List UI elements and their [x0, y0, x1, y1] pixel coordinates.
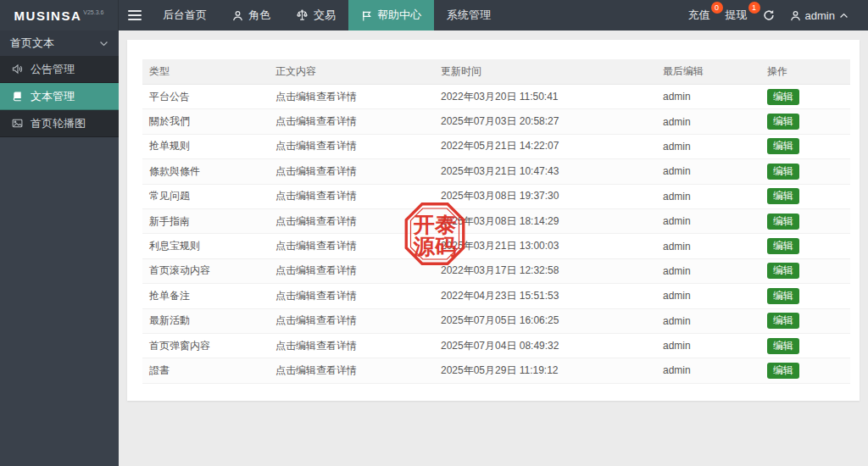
sidebar-group-home-text[interactable]: 首页文本 — [0, 31, 119, 56]
column-header-editor: 最后编辑 — [663, 64, 767, 79]
sidebar-item-text-management[interactable]: 文本管理 — [0, 83, 119, 110]
cell-updated: 2025年03月08日 18:14:29 — [441, 214, 663, 229]
column-header-action: 操作 — [767, 64, 850, 79]
table-row: 新手指南 点击编辑查看详情 2025年03月08日 18:14:29 admin… — [142, 209, 850, 234]
table-row: 條款與條件 点击编辑查看详情 2025年03月21日 10:47:43 admi… — [142, 159, 850, 184]
cell-editor: admin — [663, 340, 767, 352]
cell-action: 编辑 — [767, 164, 850, 180]
cell-type: 常见问题 — [142, 189, 275, 203]
brand-logo: MUSINSA V25.3.6 — [0, 0, 119, 31]
table-row: 常见问题 点击编辑查看详情 2025年03月08日 19:37:30 admin… — [142, 185, 850, 209]
user-icon — [790, 10, 801, 21]
cell-type: 證書 — [142, 363, 275, 378]
flag-icon — [361, 10, 372, 21]
cell-content[interactable]: 点击编辑查看详情 — [275, 139, 441, 153]
cell-action: 编辑 — [767, 188, 850, 204]
cell-editor: admin — [663, 241, 767, 252]
user-menu[interactable]: admin — [782, 0, 856, 31]
cell-action: 编辑 — [767, 288, 850, 304]
cell-content[interactable]: 点击编辑查看详情 — [275, 289, 441, 303]
recharge-button[interactable]: 充值 0 — [681, 0, 718, 31]
cell-action: 编辑 — [767, 114, 850, 130]
speaker-icon — [12, 64, 23, 75]
edit-button[interactable]: 编辑 — [767, 188, 799, 204]
nav-item-roles[interactable]: 角色 — [220, 0, 283, 31]
cell-content[interactable]: 点击编辑查看详情 — [275, 363, 441, 378]
sidebar: 首页文本 公告管理 文本管理 首页轮播图 — [0, 31, 119, 466]
edit-button[interactable]: 编辑 — [767, 288, 799, 304]
cell-updated: 2022年04月23日 15:51:53 — [441, 289, 663, 303]
cell-updated: 2025年03月21日 13:00:03 — [441, 239, 663, 253]
cell-content[interactable]: 点击编辑查看详情 — [275, 214, 441, 229]
withdraw-button[interactable]: 提现 1 — [718, 0, 755, 31]
cell-type: 利息宝规则 — [142, 239, 275, 253]
cell-content[interactable]: 点击编辑查看详情 — [275, 114, 441, 129]
cell-content[interactable]: 点击编辑查看详情 — [275, 90, 441, 104]
topbar-right: 充值 0 提现 1 admin — [681, 0, 868, 31]
cell-type: 首页滚动内容 — [142, 264, 275, 278]
cell-content[interactable]: 点击编辑查看详情 — [275, 239, 441, 253]
sidebar-item-label: 首页轮播图 — [31, 116, 86, 131]
nav-item-label: 帮助中心 — [377, 8, 421, 23]
nav-item-system[interactable]: 系统管理 — [434, 0, 504, 31]
edit-button[interactable]: 编辑 — [767, 214, 799, 230]
user-icon — [232, 10, 243, 21]
sidebar-item-home-carousel[interactable]: 首页轮播图 — [0, 110, 119, 137]
table-row: 利息宝规则 点击编辑查看详情 2025年03月21日 13:00:03 admi… — [142, 234, 850, 258]
cell-updated: 2022年05月21日 14:22:07 — [441, 139, 663, 153]
top-nav: 后台首页 角色 交易 帮助中心 系统管理 — [119, 0, 504, 31]
cell-content[interactable]: 点击编辑查看详情 — [275, 189, 441, 203]
table-row: 首页弹窗内容 点击编辑查看详情 2025年07月04日 08:49:32 adm… — [142, 334, 850, 358]
cell-content[interactable]: 点击编辑查看详情 — [275, 264, 441, 278]
column-header-updated: 更新时间 — [441, 64, 663, 79]
sidebar-item-announcements[interactable]: 公告管理 — [0, 56, 119, 83]
cell-action: 编辑 — [767, 313, 850, 329]
cell-action: 编辑 — [767, 263, 850, 279]
edit-button[interactable]: 编辑 — [767, 313, 799, 329]
recharge-label: 充值 — [688, 8, 710, 23]
cell-type: 新手指南 — [142, 214, 275, 229]
edit-button[interactable]: 编辑 — [767, 263, 799, 279]
cell-updated: 2025年05月29日 11:19:12 — [441, 363, 663, 378]
nav-item-label: 角色 — [248, 8, 270, 23]
table-row: 抢单规则 点击编辑查看详情 2022年05月21日 14:22:07 admin… — [142, 135, 850, 159]
table-row: 抢单备注 点击编辑查看详情 2022年04月23日 15:51:53 admin… — [142, 284, 850, 308]
content-card: 类型 正文内容 更新时间 最后编辑 操作 平台公告 点击编辑查看详情 2022年… — [127, 40, 860, 401]
cell-action: 编辑 — [767, 238, 850, 254]
menu-toggle-button[interactable] — [119, 0, 150, 31]
nav-item-transactions[interactable]: 交易 — [283, 0, 348, 31]
cell-editor: admin — [663, 91, 767, 103]
cell-editor: admin — [663, 315, 767, 327]
cell-editor: admin — [663, 116, 767, 128]
cell-action: 编辑 — [767, 214, 850, 230]
table-row: 最新活動 点击编辑查看详情 2025年07月05日 16:06:25 admin… — [142, 309, 850, 334]
table-row: 關於我們 点击编辑查看详情 2025年07月03日 20:58:27 admin… — [142, 109, 850, 134]
cell-updated: 2022年03月17日 12:32:58 — [441, 264, 663, 278]
nav-item-dashboard[interactable]: 后台首页 — [150, 0, 220, 31]
edit-button[interactable]: 编辑 — [767, 114, 799, 130]
cell-type: 首页弹窗内容 — [142, 339, 275, 353]
cell-content[interactable]: 点击编辑查看详情 — [275, 164, 441, 179]
cell-action: 编辑 — [767, 338, 850, 354]
withdraw-label: 提现 — [726, 8, 748, 23]
refresh-icon — [763, 9, 775, 21]
cell-content[interactable]: 点击编辑查看详情 — [275, 339, 441, 353]
nav-item-help-center[interactable]: 帮助中心 — [348, 0, 434, 31]
cell-editor: admin — [663, 191, 767, 202]
column-header-content: 正文内容 — [275, 64, 441, 79]
cell-type: 條款與條件 — [142, 164, 275, 179]
cell-content[interactable]: 点击编辑查看详情 — [275, 313, 441, 328]
sidebar-items: 公告管理 文本管理 首页轮播图 — [0, 56, 119, 137]
edit-button[interactable]: 编辑 — [767, 238, 799, 254]
brand-version: V25.3.6 — [83, 9, 103, 15]
edit-button[interactable]: 编辑 — [767, 363, 799, 379]
edit-button[interactable]: 编辑 — [767, 164, 799, 180]
refresh-button[interactable] — [755, 0, 782, 31]
nav-item-label: 后台首页 — [163, 8, 207, 23]
edit-button[interactable]: 编辑 — [767, 89, 799, 105]
edit-button[interactable]: 编辑 — [767, 338, 799, 354]
cell-updated: 2022年03月20日 11:50:41 — [441, 90, 663, 104]
cell-editor: admin — [663, 290, 767, 302]
edit-button[interactable]: 编辑 — [767, 138, 799, 154]
book-icon — [12, 91, 23, 102]
